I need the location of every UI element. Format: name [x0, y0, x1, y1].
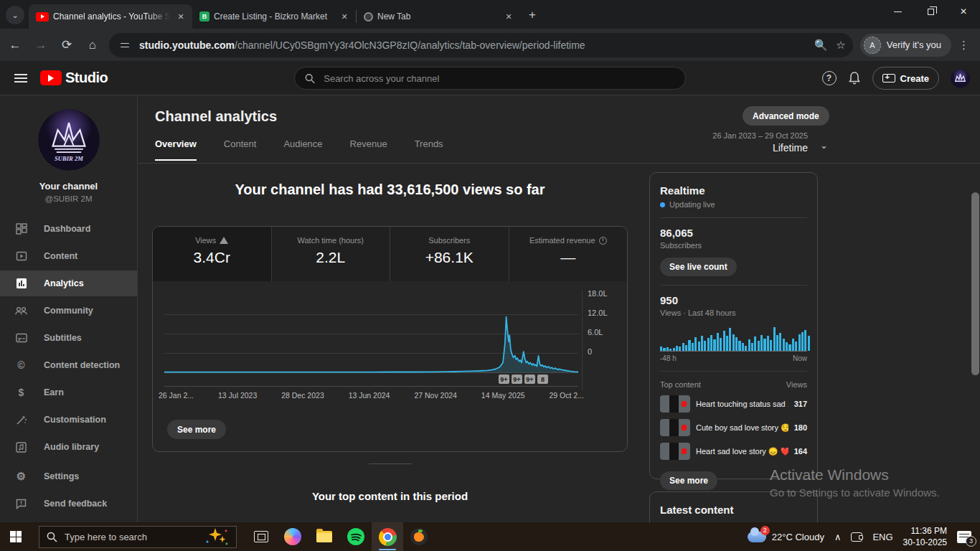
new-tab-button[interactable]: +	[523, 6, 542, 24]
top-content-row[interactable]: Cute boy sad love story 😌 ... 180	[660, 419, 807, 436]
studio-search-bar[interactable]	[294, 67, 686, 90]
verify-profile-button[interactable]: A Verify it's you	[860, 34, 951, 57]
cloud-icon: 2	[748, 532, 766, 542]
bookmark-star-icon[interactable]: ☆	[836, 39, 845, 52]
sidebar-item-earn[interactable]: $ Earn	[0, 380, 137, 405]
see-live-count-button[interactable]: See live count	[660, 258, 737, 276]
sidebar-item-settings[interactable]: ⚙ Settings	[0, 463, 137, 489]
taskbar-clock[interactable]: 11:36 PM 30-10-2025	[903, 525, 947, 548]
home-icon[interactable]: ⌂	[82, 34, 103, 56]
metric-estimated-revenue[interactable]: Estimated revenue —	[509, 227, 628, 281]
axis-end-label: Now	[793, 354, 807, 362]
cast-icon[interactable]	[851, 532, 862, 542]
event-badge[interactable]: 9+	[512, 375, 522, 384]
sidebar-item-dashboard[interactable]: Dashboard	[0, 216, 137, 242]
close-tab-icon[interactable]: ✕	[339, 11, 350, 22]
spotify-button[interactable]	[340, 522, 372, 551]
help-icon[interactable]: ?	[822, 71, 837, 85]
sidebar-item-customisation[interactable]: Customisation	[0, 407, 137, 433]
realtime-bar	[742, 343, 744, 351]
bell-icon[interactable]	[848, 71, 861, 85]
create-button[interactable]: Create	[872, 67, 939, 90]
close-tab-icon[interactable]: ✕	[175, 11, 187, 22]
x-tick-label: 14 May 2025	[481, 391, 525, 400]
x-tick-label: 27 Nov 2024	[414, 391, 457, 400]
sidebar-item-label: Content	[44, 251, 77, 261]
advanced-mode-button[interactable]: Advanced mode	[743, 106, 829, 126]
restore-button[interactable]	[914, 0, 947, 23]
channel-avatar[interactable]: SUBIR 2M	[38, 109, 100, 171]
period-selector[interactable]: 26 Jan 2023 – 29 Oct 2025 Lifetime	[712, 131, 808, 154]
event-badge[interactable]: 8	[537, 375, 548, 384]
close-tab-icon[interactable]: ✕	[503, 11, 514, 22]
event-badge[interactable]: 9+	[524, 375, 535, 384]
chrome-button[interactable]	[372, 522, 403, 551]
vertical-scrollbar[interactable]	[971, 192, 979, 375]
top-content-row[interactable]: Heart touching status sad ... 317	[660, 395, 807, 413]
language-indicator[interactable]: ENG	[872, 532, 892, 542]
tab-revenue[interactable]: Revenue	[350, 138, 387, 161]
metric-watch-time[interactable]: Watch time (hours) 2.2L	[272, 227, 391, 281]
sidebar-item-analytics[interactable]: Analytics	[0, 270, 137, 296]
sidebar-item-subtitles[interactable]: Subtitles	[0, 325, 137, 351]
metric-views[interactable]: Views 3.4Cr	[153, 227, 272, 281]
search-input[interactable]	[324, 73, 675, 84]
x-tick-label: 13 Jul 2023	[218, 391, 257, 400]
chevron-down-icon[interactable]: ⌄	[820, 140, 828, 151]
x-tick-label: 29 Oct 2...	[550, 391, 584, 400]
sidebar-item-community[interactable]: Community	[0, 298, 137, 324]
browser-tab-newtab[interactable]: New Tab ✕	[357, 4, 520, 29]
metric-subscribers[interactable]: Subscribers +86.1K	[390, 227, 509, 281]
metric-label: Watch time (hours)	[297, 236, 364, 245]
browser-menu-icon[interactable]: ⋮	[958, 39, 970, 52]
sidebar-item-send-feedback[interactable]: Send feedback	[0, 491, 137, 517]
top-content-heading: Your top content in this period	[152, 490, 628, 502]
menu-icon[interactable]	[14, 74, 27, 83]
tab-search-button[interactable]: ⌄	[6, 6, 24, 24]
taskbar-search-input[interactable]	[65, 532, 197, 542]
close-window-button[interactable]: ✕	[947, 0, 980, 23]
notification-icon[interactable]: 3	[957, 531, 971, 543]
sidebar-item-audio-library[interactable]: Audio library	[0, 434, 137, 460]
sidebar-item-label: Community	[44, 306, 93, 316]
tray-chevron-icon[interactable]: ∧	[834, 532, 842, 542]
file-explorer-button[interactable]	[308, 522, 340, 551]
fl-studio-button[interactable]	[403, 522, 435, 551]
reload-icon[interactable]: ⟳	[56, 34, 77, 56]
sidebar-item-content[interactable]: Content	[0, 243, 137, 269]
sidebar-item-content-detection[interactable]: © Content detection	[0, 352, 137, 378]
realtime-bar	[710, 335, 712, 351]
top-content-row[interactable]: Heart sad love story 😞 ❤️ ... 164	[660, 443, 807, 460]
tab-audience[interactable]: Audience	[283, 138, 322, 161]
start-button[interactable]	[0, 531, 32, 542]
y-tick-label: 6.0L	[588, 328, 603, 336]
youtube-logo-icon[interactable]	[40, 70, 62, 85]
weather-widget[interactable]: 2 22°C Cloudy	[748, 532, 824, 542]
see-more-button[interactable]: See more	[660, 471, 717, 490]
site-settings-icon[interactable]	[116, 37, 133, 54]
tab-overview[interactable]: Overview	[155, 138, 197, 161]
copilot-button[interactable]	[277, 522, 308, 551]
taskbar-search-box[interactable]	[39, 526, 237, 548]
video-views: 317	[794, 400, 807, 408]
tab-trends[interactable]: Trends	[415, 138, 443, 161]
see-more-button[interactable]: See more	[167, 420, 226, 439]
studio-masthead: Studio ? Create	[0, 61, 980, 95]
event-badge[interactable]: 9+	[499, 375, 509, 384]
forward-icon[interactable]: →	[30, 34, 52, 56]
back-icon[interactable]: ←	[4, 34, 26, 56]
activate-windows-watermark: Activate Windows Go to Settings to activ…	[770, 466, 940, 499]
account-avatar[interactable]	[951, 69, 970, 88]
address-bar[interactable]: studio.youtube.com/channel/UCy0SBgmYy3r4…	[109, 33, 853, 57]
zoom-icon[interactable]: 🔍	[814, 39, 828, 52]
browser-tab-active[interactable]: Channel analytics - YouTube St ✕	[29, 4, 192, 29]
minimize-button[interactable]	[881, 0, 914, 23]
analytics-tabs: Overview Content Audience Revenue Trends	[155, 138, 443, 161]
tab-content[interactable]: Content	[224, 138, 257, 161]
browser-tab-bizkro[interactable]: B Create Listing - Bizkro Market ✕	[192, 4, 356, 29]
realtime-bar-chart	[660, 324, 807, 352]
warning-icon	[220, 237, 228, 244]
task-view-button[interactable]	[245, 522, 277, 551]
studio-brand[interactable]: Studio	[65, 70, 108, 86]
search-icon	[47, 532, 57, 542]
